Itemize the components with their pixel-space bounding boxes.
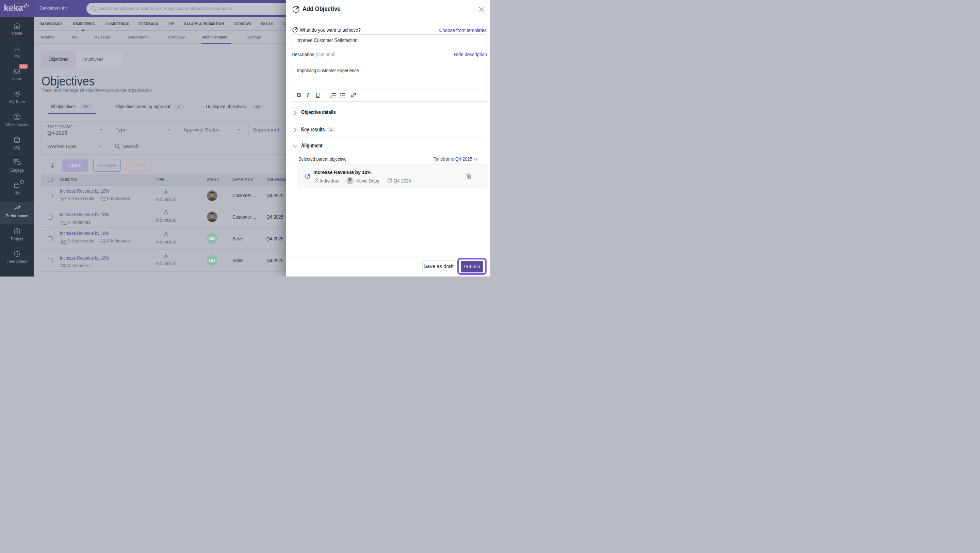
svg-text:3: 3 xyxy=(331,96,331,98)
